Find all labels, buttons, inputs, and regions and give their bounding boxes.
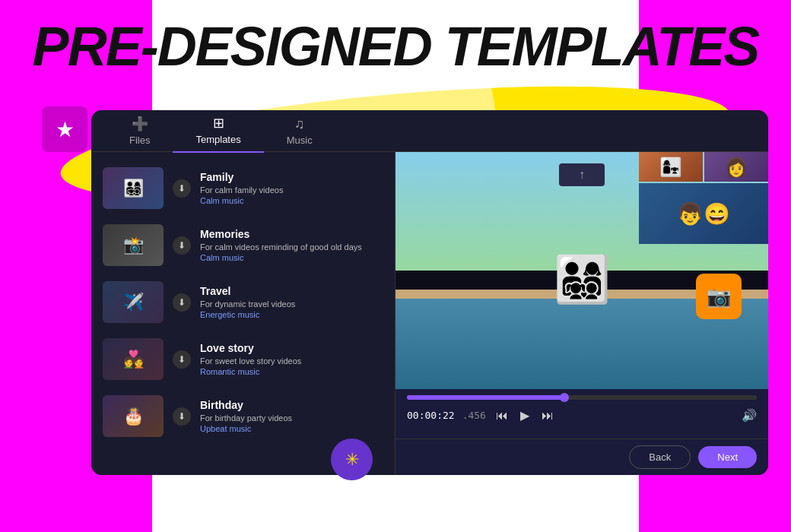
template-desc-travel: For dynamic travel videos xyxy=(200,299,383,309)
template-name-birthday: Birthday xyxy=(200,399,383,411)
template-desc-family: For calm family videos xyxy=(200,185,383,195)
photo-cell-2 xyxy=(704,152,768,182)
camera-icon: 📷 xyxy=(707,285,731,309)
download-icon-travel[interactable]: ⬇ xyxy=(173,293,191,312)
back-button[interactable]: Back xyxy=(629,445,691,469)
template-music-love: Romantic music xyxy=(200,367,383,376)
time-sub: .456 xyxy=(462,410,486,421)
template-desc-birthday: For birthday party videos xyxy=(200,413,383,423)
download-icon-memories[interactable]: ⬇ xyxy=(173,236,191,255)
action-row: Back Next xyxy=(396,439,768,475)
template-thumb-travel xyxy=(103,281,164,323)
template-item-birthday[interactable]: ⬇ Birthday For birthday party videos Upb… xyxy=(91,388,395,445)
next-button[interactable]: Next xyxy=(698,446,757,468)
template-name-love: Love story xyxy=(200,342,383,354)
time-display: 00:00:22 xyxy=(407,410,455,421)
files-icon: ➕ xyxy=(132,116,148,132)
download-icon-love[interactable]: ⬇ xyxy=(173,350,191,369)
controls-bar: 00:00:22 .456 ⏮ ▶ ⏭ 🔊 xyxy=(396,389,768,439)
template-info-love: Love story For sweet love story videos R… xyxy=(200,342,383,376)
tab-templates-label: Templates xyxy=(195,134,240,145)
star-badge: ★ xyxy=(42,106,87,152)
template-info-birthday: Birthday For birthday party videos Upbea… xyxy=(200,399,383,433)
template-thumb-love xyxy=(103,338,164,380)
template-item-travel[interactable]: ⬇ Travel For dynamic travel videos Energ… xyxy=(91,274,395,331)
progress-bar[interactable] xyxy=(407,395,757,400)
template-name-travel: Travel xyxy=(200,285,383,297)
skip-back-button[interactable]: ⏮ xyxy=(494,407,510,425)
sun-icon: ✳ xyxy=(345,450,359,470)
template-name-memories: Memories xyxy=(200,228,383,240)
page-title: PRE-DESIGNED TEMPLATES xyxy=(0,15,791,78)
template-item-memories[interactable]: ⬇ Memories For calm videos reminding of … xyxy=(91,217,395,274)
template-info-memories: Memories For calm videos reminding of go… xyxy=(200,228,383,262)
music-icon: ♫ xyxy=(294,116,305,132)
photo-grid xyxy=(639,152,768,274)
template-thumb-family xyxy=(103,167,164,209)
template-item-family[interactable]: ⬇ Family For calm family videos Calm mus… xyxy=(91,160,395,217)
photo-cell-3 xyxy=(639,183,768,244)
templates-icon: ⊞ xyxy=(213,115,224,131)
controls-row: 00:00:22 .456 ⏮ ▶ ⏭ 🔊 xyxy=(407,406,757,425)
content-area: ⬇ Family For calm family videos Calm mus… xyxy=(91,152,768,475)
camera-badge: 📷 xyxy=(696,274,742,319)
template-music-travel: Energetic music xyxy=(200,310,383,319)
template-music-family: Calm music xyxy=(200,196,383,205)
star-icon: ★ xyxy=(56,117,75,142)
template-list: ⬇ Family For calm family videos Calm mus… xyxy=(91,152,396,475)
template-music-birthday: Upbeat music xyxy=(200,424,383,433)
upload-button[interactable]: ↑ xyxy=(559,163,605,186)
template-desc-memories: For calm videos reminding of good old da… xyxy=(200,242,383,252)
tab-files[interactable]: ➕ Files xyxy=(106,110,173,152)
play-button[interactable]: ▶ xyxy=(518,406,532,425)
template-desc-love: For sweet love story videos xyxy=(200,356,383,366)
volume-icon: 🔊 xyxy=(742,408,757,423)
photo-cell-1 xyxy=(639,152,703,182)
tab-templates[interactable]: ⊞ Templates xyxy=(173,110,263,153)
template-music-memories: Calm music xyxy=(200,253,383,262)
sun-badge: ✳ xyxy=(331,439,373,480)
download-icon-birthday[interactable]: ⬇ xyxy=(173,407,191,426)
template-info-travel: Travel For dynamic travel videos Energet… xyxy=(200,285,383,319)
progress-handle[interactable] xyxy=(560,393,569,402)
video-preview: 👨‍👩‍👧‍👦 ↑ xyxy=(396,152,768,389)
upload-icon: ↑ xyxy=(579,168,585,182)
people-group: 👨‍👩‍👧‍👦 xyxy=(554,252,611,306)
template-info-family: Family For calm family videos Calm music xyxy=(200,171,383,205)
template-thumb-birthday xyxy=(103,395,164,437)
template-name-family: Family xyxy=(200,171,383,183)
progress-fill xyxy=(407,395,564,400)
skip-forward-button[interactable]: ⏭ xyxy=(539,407,556,425)
tab-music[interactable]: ♫ Music xyxy=(264,110,335,152)
template-item-love[interactable]: ⬇ Love story For sweet love story videos… xyxy=(91,331,395,388)
download-icon-family[interactable]: ⬇ xyxy=(173,179,191,198)
app-window: ➕ Files ⊞ Templates ♫ Music ⬇ Family For… xyxy=(91,110,768,475)
tab-bar: ➕ Files ⊞ Templates ♫ Music xyxy=(91,110,768,152)
tab-music-label: Music xyxy=(287,135,313,146)
tab-files-label: Files xyxy=(129,135,150,146)
template-thumb-memories xyxy=(103,224,164,266)
